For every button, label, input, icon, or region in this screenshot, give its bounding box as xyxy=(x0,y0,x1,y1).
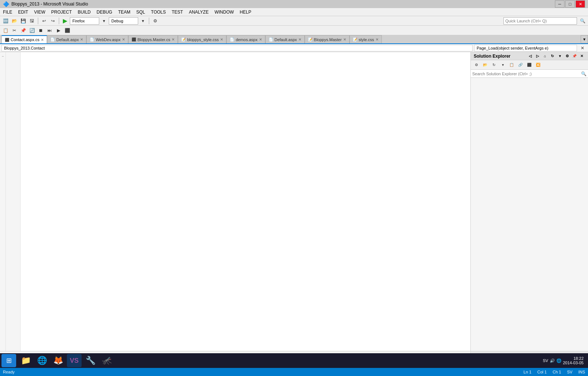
se-refresh-button[interactable]: ↻ xyxy=(549,53,556,59)
tab-close-8[interactable]: ✕ xyxy=(376,37,379,41)
tab-close-1[interactable]: ✕ xyxy=(80,37,83,41)
taskbar-firefox[interactable]: 🦊 xyxy=(51,354,65,367)
tab-8[interactable]: 📝style.css✕ xyxy=(349,35,382,43)
save-button[interactable]: 💾 xyxy=(19,17,27,25)
se-properties-button[interactable]: ⚙ xyxy=(564,53,570,59)
se-forward-button[interactable]: ▷ xyxy=(534,53,541,59)
quick-launch-search-icon[interactable]: 🔍 xyxy=(578,17,587,25)
tab-icon-8: 📝 xyxy=(353,37,357,41)
new-project-button[interactable]: 🆕 xyxy=(1,17,10,25)
menu-item-edit[interactable]: EDIT xyxy=(15,9,31,15)
minimize-button[interactable]: ─ xyxy=(555,0,564,8)
taskbar-tool1[interactable]: 🔧 xyxy=(83,354,98,367)
se-toolbar: ⚙ 📂 ↻ ▾ 📋 🔗 ⬛ 🔀 xyxy=(471,60,588,70)
redo-button[interactable]: ↪ xyxy=(49,17,57,25)
tab-close-4[interactable]: ✕ xyxy=(220,37,223,41)
config-dropdown-button[interactable]: ▾ xyxy=(139,17,147,25)
menu-item-build[interactable]: BUILD xyxy=(75,9,93,15)
tab-5[interactable]: 📄demos.aspx✕ xyxy=(226,35,265,43)
se-tb-btn4[interactable]: ▾ xyxy=(499,61,507,69)
close-button[interactable]: ✕ xyxy=(576,0,585,8)
tab-overflow-button[interactable]: ▾ xyxy=(581,35,588,43)
tb2-btn2[interactable]: ✂ xyxy=(10,26,18,35)
taskbar-vs[interactable]: VS xyxy=(67,354,82,367)
menu-item-test[interactable]: TEST xyxy=(169,9,186,15)
save-all-button[interactable]: 🖫 xyxy=(28,17,36,25)
tb2-btn3[interactable]: 📌 xyxy=(19,26,27,35)
tab-3[interactable]: ⬛Bloppys.Master.cs✕ xyxy=(128,35,178,43)
se-close-icon[interactable]: ✕ xyxy=(578,53,585,59)
run-dropdown-button[interactable]: ▾ xyxy=(100,17,108,25)
tab-1[interactable]: 📄Default.aspx✕ xyxy=(47,35,86,43)
se-tb-btn7[interactable]: ⬛ xyxy=(525,61,533,69)
tb2-btn6[interactable]: ⏭ xyxy=(46,26,54,35)
window-controls: ─ □ ✕ xyxy=(555,0,585,8)
status-ins: INS xyxy=(578,370,585,374)
tab-close-2[interactable]: ✕ xyxy=(122,37,125,41)
maximize-button[interactable]: □ xyxy=(565,0,575,8)
se-search-input[interactable] xyxy=(472,72,581,76)
status-lang: SV xyxy=(567,370,573,374)
taskbar-date: 2014-03-05 xyxy=(563,361,584,365)
fold-gutter[interactable]: − xyxy=(0,52,6,351)
attach-button[interactable]: ⚙ xyxy=(151,17,159,25)
quick-launch-input[interactable] xyxy=(503,17,577,25)
tab-icon-0: ⬛ xyxy=(5,38,9,42)
menu-item-analyze[interactable]: ANALYZE xyxy=(186,9,212,15)
taskbar-explorer[interactable]: 📁 xyxy=(18,354,33,367)
tb2-btn8[interactable]: ⬛ xyxy=(63,26,71,35)
taskbar-start-button[interactable]: ⊞ xyxy=(1,354,16,367)
tab-close-6[interactable]: ✕ xyxy=(298,37,301,41)
status-bar: Ready Ln 1 Col 1 Ch 1 SV INS xyxy=(0,368,588,376)
tab-label-4: bloppys_style.css xyxy=(187,37,219,42)
se-home-button[interactable]: ⌂ xyxy=(542,53,548,59)
tab-icon-2: 📄 xyxy=(90,37,94,41)
tab-4[interactable]: 📝bloppys_style.css✕ xyxy=(178,35,226,43)
tb2-btn5[interactable]: ⏹ xyxy=(37,26,45,35)
menu-item-help[interactable]: HELP xyxy=(237,9,254,15)
se-tb-btn6[interactable]: 🔗 xyxy=(516,61,524,69)
se-tb-btn5[interactable]: 📋 xyxy=(508,61,516,69)
menu-item-sql[interactable]: SQL xyxy=(133,9,148,15)
menu-item-view[interactable]: VIEW xyxy=(31,9,49,15)
code-lines[interactable] xyxy=(21,52,470,351)
menu-item-window[interactable]: WINDOW xyxy=(212,9,237,15)
menu-item-file[interactable]: FILE xyxy=(0,9,15,15)
tab-0[interactable]: ⬛Contact.aspx.cs✕ xyxy=(1,35,47,43)
se-tb-btn1[interactable]: ⚙ xyxy=(472,61,480,69)
taskbar-tool2[interactable]: 🦟 xyxy=(99,354,114,367)
undo-button[interactable]: ↩ xyxy=(40,17,48,25)
window-title: Bloppys_2013 - Microsoft Visual Studio xyxy=(11,1,555,7)
menu-item-tools[interactable]: TOOLS xyxy=(148,9,169,15)
tb2-btn1[interactable]: 📋 xyxy=(1,26,10,35)
menu-item-team[interactable]: TEAM xyxy=(115,9,133,15)
menu-item-project[interactable]: PROJECT xyxy=(48,9,75,15)
code-content[interactable]: − xyxy=(0,52,470,351)
se-collapse-button[interactable]: ▾ xyxy=(556,53,563,59)
tb2-btn7[interactable]: ▶ xyxy=(54,26,62,35)
start-button[interactable]: ▶ xyxy=(61,17,69,25)
se-back-button[interactable]: ◁ xyxy=(527,53,534,59)
se-search-bar[interactable]: 🔍 xyxy=(471,70,588,78)
tab-2[interactable]: 📄WebDev.aspx✕ xyxy=(86,35,128,43)
tab-close-5[interactable]: ✕ xyxy=(259,37,262,41)
se-pin-button[interactable]: 📌 xyxy=(571,53,578,59)
fold-marker-65[interactable]: − xyxy=(0,54,6,60)
se-tb-btn3[interactable]: ↻ xyxy=(490,61,498,69)
tb2-btn4[interactable]: 🔄 xyxy=(28,26,36,35)
se-tree[interactable] xyxy=(471,78,588,351)
tab-close-0[interactable]: ✕ xyxy=(41,38,44,42)
se-title: Solution Explorer xyxy=(474,54,527,59)
tab-7[interactable]: 📝Bloppys.Master✕ xyxy=(305,35,349,43)
code-editor[interactable]: − 100 % | ◁ xyxy=(0,52,470,359)
se-tb-btn2[interactable]: 📂 xyxy=(481,61,489,69)
tab-close-7[interactable]: ✕ xyxy=(343,37,346,41)
tab-label-1: Default.aspx xyxy=(56,37,79,42)
open-button[interactable]: 📂 xyxy=(10,17,18,25)
se-tb-btn8[interactable]: 🔀 xyxy=(534,61,542,69)
nav-close-icon[interactable]: ✕ xyxy=(578,44,587,52)
taskbar-ie[interactable]: 🌐 xyxy=(35,354,49,367)
menu-item-debug[interactable]: DEBUG xyxy=(94,9,115,15)
tab-6[interactable]: 📄Default.aspx✕ xyxy=(265,35,305,43)
tab-close-3[interactable]: ✕ xyxy=(172,37,175,41)
